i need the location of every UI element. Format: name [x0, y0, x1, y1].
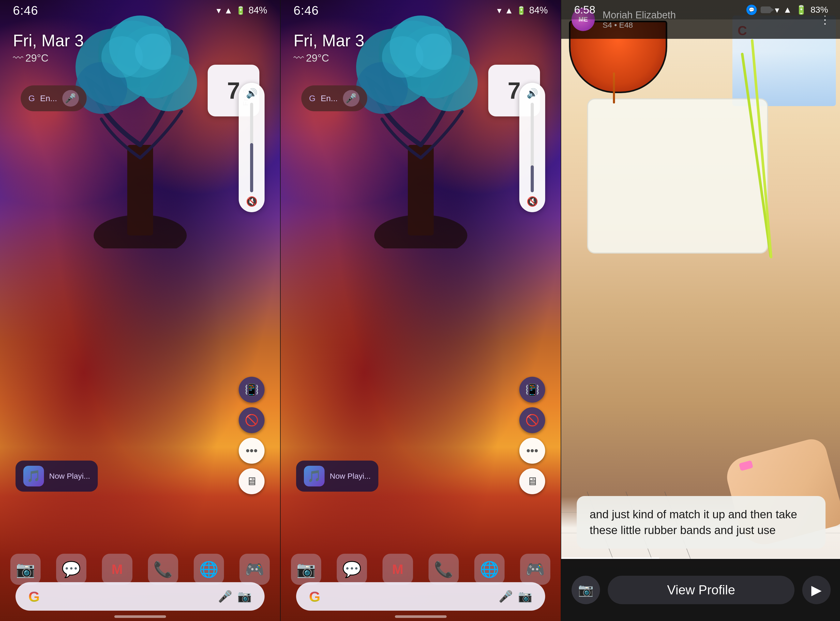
volume-bottom-icon-1: 🔇 — [246, 196, 258, 207]
lang-text-1: En... — [40, 94, 57, 103]
video-status-icons: 💬 ▾ ▲ 🔋 83% — [746, 5, 828, 15]
volume-top-icon-2: 🔊 — [527, 88, 538, 99]
translate-icon-1: G — [29, 94, 35, 103]
vibrate-icon-1: 📳 — [245, 383, 259, 397]
view-profile-label: View Profile — [667, 582, 735, 597]
search-lens-icon-2[interactable]: 📷 — [518, 590, 532, 603]
date-text-1: Fri, Mar 3 — [13, 31, 84, 50]
mic-icon-1: 🎤 — [65, 93, 76, 104]
status-time-2: 6:46 — [293, 3, 319, 18]
dock-2: 📷 💬 M 📞 🌐 🎮 — [281, 554, 561, 585]
weather-icon-1: 〰 — [13, 52, 23, 64]
dock-gmail-1[interactable]: M — [102, 554, 132, 585]
shortcut-stack-2: 📳 🚫 ••• 🖥 — [519, 377, 545, 494]
date-widget-1: Fri, Mar 3 〰 29°C — [13, 31, 84, 64]
date-text-2: Fri, Mar 3 — [293, 31, 364, 50]
volume-bottom-icon-2: 🔇 — [527, 196, 538, 207]
dock-chat-2[interactable]: 💬 — [337, 554, 367, 585]
cast-button-2[interactable]: 🖥 — [519, 468, 545, 494]
caption-text: and just kind of match it up and then ta… — [590, 506, 813, 538]
status-icons-2: ▾ ▲ 🔋 84% — [497, 5, 548, 16]
vs-battery-text: 83% — [811, 5, 828, 15]
recorder-icon — [761, 6, 771, 13]
vs-battery-icon: 🔋 — [796, 5, 807, 15]
music-off-icon-2: 🚫 — [525, 413, 539, 427]
video-status-bar: 6:58 💬 ▾ ▲ 🔋 83% — [561, 0, 840, 20]
volume-slider-2[interactable]: 🔊 🔇 — [519, 83, 545, 212]
caption-box: and just kind of match it up and then ta… — [577, 496, 825, 548]
search-bar-2[interactable]: G 🎤 📷 — [296, 582, 545, 610]
translate-pill-2[interactable]: G En... 🎤 — [301, 85, 367, 111]
volume-top-icon-1: 🔊 — [246, 88, 258, 99]
status-bar-2: 6:46 ▾ ▲ 🔋 84% — [281, 0, 561, 21]
search-mic-icon-1[interactable]: 🎤 — [218, 590, 232, 603]
battery-icon-1: 🔋 — [236, 6, 245, 15]
dock-phone-1[interactable]: 📞 — [148, 554, 178, 585]
svg-point-9 — [135, 33, 171, 70]
view-profile-button[interactable]: View Profile — [608, 576, 795, 604]
status-icons-1: ▾ ▲ 🔋 84% — [216, 5, 267, 16]
mic-button-2[interactable]: 🎤 — [343, 90, 360, 107]
fingernail — [739, 460, 753, 471]
dock-games-2[interactable]: 🎮 — [520, 554, 550, 585]
music-off-button-2[interactable]: 🚫 — [519, 407, 545, 433]
dock-browser-2[interactable]: 🌐 — [474, 554, 505, 585]
vs-wifi-icon: ▾ — [775, 5, 779, 15]
temperature-text-1: 29°C — [25, 52, 48, 64]
more-button-1[interactable]: ••• — [239, 438, 264, 463]
phone-panel-2: 6:46 ▾ ▲ 🔋 84% Fri, Mar 3 〰 29°C G En...… — [281, 0, 561, 621]
search-mic-icon-2[interactable]: 🎤 — [499, 590, 513, 603]
dock-browser-1[interactable]: 🌐 — [194, 554, 224, 585]
more-icon-1: ••• — [246, 444, 258, 457]
more-button-2[interactable]: ••• — [519, 438, 545, 463]
now-playing-widget-2[interactable]: 🎵 Now Playi... — [296, 460, 378, 492]
vibrate-icon-2: 📳 — [525, 383, 539, 397]
vibrate-button-1[interactable]: 📳 — [239, 377, 264, 403]
search-bar-1[interactable]: G 🎤 📷 — [15, 582, 264, 610]
video-camera-button[interactable]: 📷 — [571, 576, 600, 604]
shortcut-stack-1: 📳 🚫 ••• 🖥 — [239, 377, 264, 494]
weather-icon-2: 〰 — [293, 52, 304, 64]
now-playing-icon-1: 🎵 — [23, 466, 44, 486]
signal-icon-1: ▲ — [224, 5, 233, 15]
channel-episode: S4 • E48 — [603, 21, 811, 29]
volume-slider-1[interactable]: 🔊 🔇 — [239, 83, 264, 212]
dock-games-1[interactable]: 🎮 — [239, 554, 270, 585]
now-playing-icon-2: 🎵 — [304, 466, 325, 486]
signal-icon-2: ▲ — [505, 5, 514, 15]
volume-fill-2 — [531, 165, 534, 192]
google-g-logo-2: G — [309, 588, 320, 605]
volume-bar-2[interactable] — [531, 103, 534, 192]
cast-icon-1: 🖥 — [246, 475, 257, 488]
wifi-icon-1: ▾ — [216, 5, 221, 15]
dock-phone-2[interactable]: 📞 — [429, 554, 459, 585]
dock-chat-1[interactable]: 💬 — [56, 554, 86, 585]
now-playing-widget-1[interactable]: 🎵 Now Playi... — [15, 460, 98, 492]
video-status-time: 6:58 — [574, 4, 595, 16]
status-bar-1: 6:46 ▾ ▲ 🔋 84% — [0, 0, 280, 21]
music-off-button-1[interactable]: 🚫 — [239, 407, 264, 433]
now-playing-text-2: Now Playi... — [330, 472, 371, 480]
dock-camera-2[interactable]: 📷 — [291, 554, 321, 585]
phone-panel-3: C 6:58 💬 ▾ ▲ 🔋 83% ME Moriah El — [561, 0, 840, 621]
mic-button-1[interactable]: 🎤 — [62, 90, 79, 107]
translate-pill-1[interactable]: G En... 🎤 — [21, 85, 87, 111]
phone-panel-1: 6:46 ▾ ▲ 🔋 84% Fri, Mar 3 〰 29°C G En...… — [0, 0, 280, 621]
volume-bar-1[interactable] — [250, 103, 253, 192]
battery-text-1: 84% — [249, 5, 267, 16]
music-off-icon-1: 🚫 — [245, 413, 259, 427]
container-white — [587, 98, 768, 254]
weather-widget-2: 〰 29°C — [293, 52, 364, 64]
vibrate-button-2[interactable]: 📳 — [519, 377, 545, 403]
home-indicator-2 — [395, 615, 447, 618]
dock-camera-1[interactable]: 📷 — [11, 554, 41, 585]
google-g-logo-1: G — [29, 588, 40, 605]
cast-button-1[interactable]: 🖥 — [239, 468, 264, 494]
dock-gmail-2[interactable]: M — [382, 554, 413, 585]
temperature-text-2: 29°C — [306, 52, 329, 64]
messenger-icon: 💬 — [746, 5, 757, 15]
search-lens-icon-1[interactable]: 📷 — [237, 590, 252, 603]
weather-widget-1: 〰 29°C — [13, 52, 84, 64]
video-play-button[interactable]: ▶ — [802, 576, 831, 604]
battery-icon-2: 🔋 — [517, 6, 526, 15]
